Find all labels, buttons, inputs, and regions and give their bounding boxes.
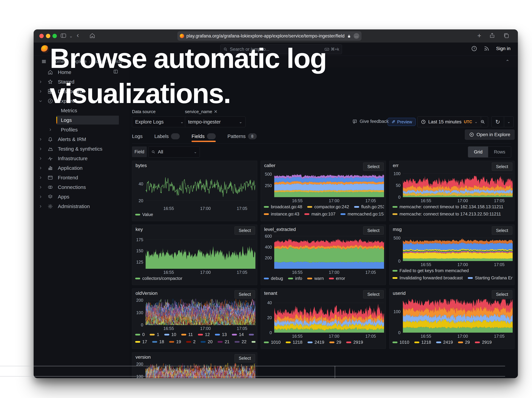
back-icon[interactable]: ‹ — [77, 31, 79, 39]
chevron-down-icon[interactable] — [39, 99, 47, 103]
collapse-icon[interactable]: ⌃ — [506, 59, 509, 64]
legend-item[interactable]: 23 — [252, 339, 255, 344]
legend-item[interactable]: memcached.go:153 — [341, 211, 384, 217]
chevron-right-icon[interactable] — [39, 80, 47, 84]
chevron-right-icon[interactable] — [48, 128, 58, 132]
maximize-window-button[interactable] — [52, 34, 57, 38]
legend-item[interactable]: error — [329, 276, 345, 281]
legend-item[interactable]: compactor.go:242 — [307, 204, 349, 209]
chevron-right-icon[interactable] — [39, 195, 47, 199]
legend-item[interactable]: 29 — [458, 340, 470, 345]
close-window-button[interactable] — [39, 34, 44, 38]
legend-item[interactable]: 15 — [249, 332, 255, 337]
sidebar-item-testing-synthetics[interactable]: Testing & synthetics — [34, 144, 129, 154]
view-toggle-grid[interactable]: Grid — [468, 147, 488, 157]
chevron-right-icon[interactable] — [39, 205, 47, 208]
legend-item[interactable]: 12 — [198, 332, 210, 337]
legend-item[interactable]: info — [288, 276, 302, 281]
view-toggle-rows[interactable]: Rows — [488, 147, 511, 157]
sidebar-item-administration[interactable]: Administration — [34, 201, 129, 211]
legend-item[interactable]: memcache: connect timeout to 174.213.22.… — [393, 211, 501, 217]
news-icon[interactable] — [484, 46, 490, 52]
legend-item[interactable]: debug — [264, 276, 283, 281]
sign-in-button[interactable]: Sign in — [496, 46, 511, 51]
tab-fields[interactable]: Fields — [191, 131, 215, 142]
sidebar-toggle-icon[interactable] — [60, 32, 67, 39]
sidebar-item-application[interactable]: Application — [34, 163, 129, 173]
legend-item[interactable]: collectors/compactor — [135, 276, 182, 281]
give-feedback-link[interactable]: Give feedback — [352, 119, 389, 124]
legend-item[interactable]: 1218 — [286, 340, 303, 345]
legend-item[interactable]: Value — [135, 212, 153, 217]
time-range-picker[interactable]: Last 15 minutes UTC ⌄ — [417, 117, 481, 127]
chevron-right-icon[interactable] — [39, 137, 47, 141]
legend-item[interactable]: 10 — [164, 332, 176, 337]
chevron-right-icon[interactable] — [39, 185, 47, 189]
legend-item[interactable]: instance.go:43 — [264, 211, 299, 217]
legend-item[interactable]: warn — [307, 276, 324, 281]
chevron-right-icon[interactable] — [39, 176, 47, 180]
sidebar-item-alerts-irm[interactable]: Alerts & IRM — [34, 134, 129, 144]
sidebar-item-frontend[interactable]: Frontend — [34, 173, 129, 182]
legend-item[interactable]: 1010 — [264, 340, 281, 345]
tab-patterns[interactable]: Patterns8 — [228, 131, 257, 142]
field-search-select[interactable]: All ⌄ — [148, 146, 200, 157]
legend-item[interactable]: 14 — [232, 332, 244, 337]
zoom-out-button[interactable] — [477, 117, 488, 127]
ellipsis-icon[interactable]: … — [354, 33, 359, 39]
chevron-down-icon[interactable]: ⌄ — [504, 120, 513, 124]
legend-item[interactable]: flush.go:253 — [354, 204, 384, 209]
tab-logs[interactable]: Logs — [132, 131, 143, 142]
chevron-down-icon[interactable]: ⌄ — [69, 34, 73, 38]
legend-item[interactable]: Starting Grafana Enterpri — [468, 275, 513, 280]
sidebar-item-apps[interactable]: Apps — [34, 192, 129, 201]
chevron-right-icon[interactable] — [39, 166, 47, 170]
legend-item[interactable]: 1 — [150, 332, 159, 337]
open-in-explore-button[interactable]: Open in Explore — [465, 130, 514, 140]
chevron-right-icon[interactable] — [39, 147, 47, 151]
panel-bytes: bytes204016:5517:0017:05Value — [132, 161, 257, 221]
minimize-window-button[interactable] — [46, 34, 50, 38]
sidebar-item-profiles[interactable]: Profiles — [34, 125, 129, 134]
share-icon[interactable] — [489, 32, 495, 39]
chevron-right-icon[interactable] — [39, 157, 47, 160]
legend-item[interactable]: 2419 — [308, 340, 324, 345]
sidebar-item-logs[interactable]: Logs — [34, 115, 129, 125]
refresh-icon[interactable]: ↻ — [492, 118, 504, 125]
legend-item[interactable]: main.go:107 — [304, 211, 336, 217]
legend-item[interactable]: broadcast.go:48 — [264, 204, 302, 209]
tabs-overview-icon[interactable] — [503, 32, 509, 39]
preview-badge[interactable]: Preview — [387, 118, 416, 126]
legend-item[interactable]: 2919 — [475, 340, 492, 345]
legend-item[interactable]: 2419 — [436, 340, 453, 345]
legend-item[interactable]: 21 — [218, 339, 229, 344]
legend-item[interactable]: Failed to get keys from memcached — [393, 268, 469, 273]
sidebar-item-connections[interactable]: Connections — [34, 182, 129, 192]
legend-item[interactable]: 11 — [181, 332, 193, 337]
legend-item[interactable]: 2919 — [346, 340, 363, 345]
legend-item[interactable]: 1010 — [393, 340, 409, 345]
service-name-select[interactable]: tempo-ingester⌄ — [185, 117, 246, 127]
legend-item[interactable]: 29 — [329, 340, 341, 345]
legend-item[interactable]: 0 — [135, 332, 145, 337]
legend-item[interactable]: 1218 — [414, 340, 431, 345]
hamburger-icon[interactable] — [41, 59, 47, 64]
help-icon[interactable]: ? — [471, 46, 477, 52]
legend-item[interactable]: Invalidating forwarded broadcast — [393, 275, 463, 280]
legend-item[interactable]: memcache: connect timeout to 162.134.158… — [393, 204, 503, 209]
sidebar-item-infrastructure[interactable]: Infrastructure — [34, 154, 129, 163]
legend-item[interactable]: 2 — [186, 339, 196, 344]
legend-item[interactable]: 19 — [169, 339, 181, 344]
new-tab-icon[interactable]: + — [477, 32, 481, 39]
tab-labels[interactable]: Labels — [154, 131, 180, 142]
legend-item[interactable]: 20 — [201, 339, 213, 344]
legend-item[interactable]: 17 — [135, 339, 147, 344]
grafana-logo[interactable] — [41, 45, 49, 53]
data-source-select[interactable]: Explore Logs⌄ — [132, 117, 187, 127]
legend-item[interactable]: 13 — [215, 332, 227, 337]
home-icon[interactable] — [89, 32, 95, 39]
legend-item[interactable]: 22 — [234, 339, 247, 344]
chevron-right-icon[interactable] — [39, 90, 47, 93]
url-bar[interactable]: play.grafana.org/a/grafana-lokiexplore-a… — [177, 31, 361, 41]
legend-item[interactable]: 18 — [152, 339, 164, 344]
